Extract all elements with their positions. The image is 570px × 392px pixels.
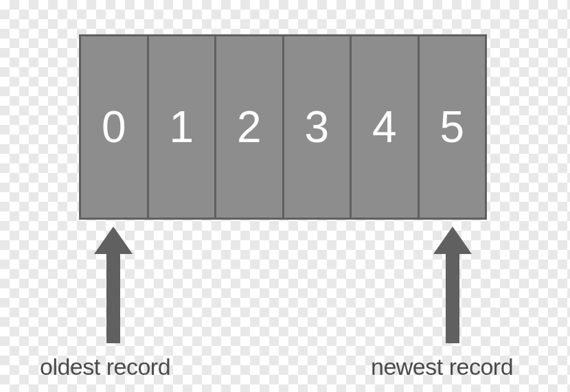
cell-0: 0 (81, 36, 149, 218)
cell-5: 5 (420, 36, 486, 218)
arrow-up-icon (94, 227, 133, 254)
arrow-up-icon (433, 227, 472, 254)
label-oldest-record: oldest record (40, 354, 170, 380)
label-newest-record: newest record (371, 354, 513, 380)
arrow-shaft (106, 254, 120, 343)
cell-1: 1 (149, 36, 217, 218)
arrow-shaft (446, 254, 459, 343)
cell-3: 3 (284, 36, 352, 218)
cell-4: 4 (352, 36, 420, 218)
record-buffer: 0 1 2 3 4 5 (79, 34, 487, 220)
diagram-stage: 0 1 2 3 4 5 oldest record newest record (0, 0, 570, 392)
cell-2: 2 (216, 36, 284, 218)
